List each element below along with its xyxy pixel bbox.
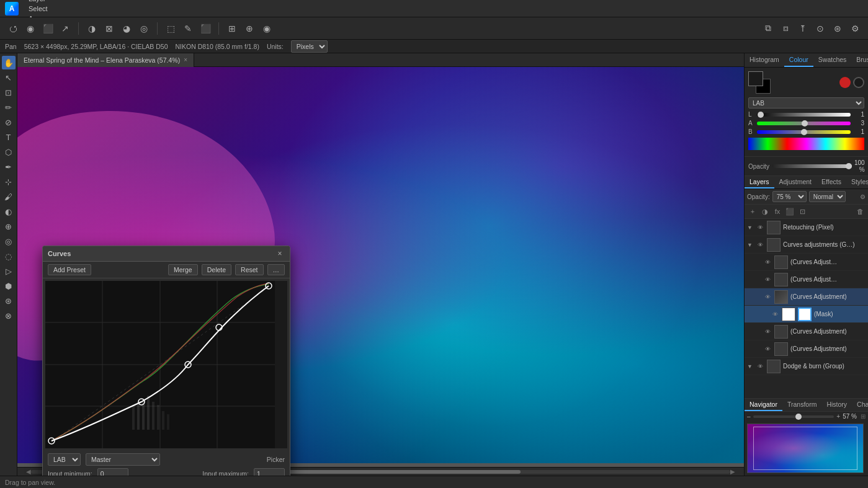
- layer-vis-8[interactable]: 👁: [756, 362, 764, 371]
- group-btn[interactable]: ⊡: [797, 206, 808, 217]
- menu-item-layer[interactable]: Layer: [24, 0, 65, 4]
- export-btn[interactable]: ⤒: [795, 20, 811, 37]
- panel-tab-brushes[interactable]: Brushes: [851, 53, 868, 67]
- nav-tab-history[interactable]: History: [821, 399, 852, 411]
- pen-tool[interactable]: ✒: [2, 160, 16, 174]
- merge-btn[interactable]: Merge: [168, 264, 198, 275]
- add-adjustment-btn[interactable]: ◑: [759, 206, 771, 217]
- arrange-btn[interactable]: ⧈: [777, 20, 794, 37]
- layers-tab-layers[interactable]: Layers: [745, 176, 774, 189]
- add-layer-btn[interactable]: +: [747, 206, 758, 217]
- crop-tool[interactable]: ⊡: [2, 86, 16, 99]
- layers-tab-styles[interactable]: Styles: [846, 176, 868, 189]
- layer-item-5[interactable]: 👁(Mask): [745, 306, 868, 323]
- layer-vis-2[interactable]: 👁: [763, 258, 772, 267]
- layer-expand-0[interactable]: ▼: [747, 224, 753, 231]
- sel2-btn[interactable]: ✎: [180, 20, 196, 37]
- curves-graph-wrap[interactable]: [45, 281, 287, 448]
- info-btn[interactable]: ⊙: [812, 20, 828, 37]
- redeye-tool[interactable]: ◎: [2, 234, 16, 248]
- foreground-swatch[interactable]: [748, 71, 763, 86]
- layer-expand-8[interactable]: ▼: [747, 363, 753, 370]
- doc-tab[interactable]: Eternal Spring of the Mind – Elena Paras…: [17, 53, 194, 67]
- delete-btn[interactable]: Delete: [202, 264, 231, 275]
- clone-tool[interactable]: ⊕: [2, 220, 16, 233]
- vector-tool[interactable]: ▷: [2, 264, 16, 278]
- levels-btn[interactable]: ⊠: [101, 20, 117, 37]
- node-tool[interactable]: ⊹: [2, 175, 16, 189]
- publish-btn[interactable]: ⊛: [830, 20, 846, 37]
- dodge-tool[interactable]: ◐: [2, 205, 16, 218]
- curves-titlebar[interactable]: Curves ×: [43, 246, 290, 262]
- canvas-area[interactable]: Eternal Spring of the Mind – Elena Paras…: [17, 53, 744, 476]
- a-slider[interactable]: [757, 122, 851, 125]
- share-btn[interactable]: ↗: [57, 20, 73, 37]
- layer-item-1[interactable]: ▼👁Curves adjustments (G…): [745, 236, 868, 254]
- layer-vis-6[interactable]: 👁: [763, 327, 772, 336]
- more-btn[interactable]: …: [267, 264, 285, 275]
- layer-vis-0[interactable]: 👁: [756, 223, 764, 232]
- black-dot[interactable]: [853, 77, 864, 88]
- text-tool[interactable]: T: [2, 130, 16, 144]
- doc-tab-close[interactable]: ×: [184, 56, 187, 63]
- reset-btn[interactable]: Reset: [235, 264, 263, 275]
- delete-layer-btn[interactable]: 🗑: [854, 206, 866, 217]
- settings-btn[interactable]: ⚙: [847, 20, 863, 37]
- layer-expand-1[interactable]: ▼: [747, 242, 753, 248]
- curves-btn[interactable]: ◕: [119, 20, 135, 37]
- layer-item-8[interactable]: ▼👁Dodge & burn (Group): [745, 358, 868, 375]
- layer-vis-1[interactable]: 👁: [756, 241, 764, 249]
- color-mode-select[interactable]: LAB RGB HSL CMYK: [748, 97, 864, 109]
- input-max-field[interactable]: [254, 468, 285, 476]
- shape-tool[interactable]: ⬡: [2, 145, 16, 159]
- app-logo[interactable]: A: [5, 2, 19, 16]
- smart-select-tool[interactable]: ⬢: [2, 279, 16, 293]
- view1-btn[interactable]: ⊞: [224, 20, 240, 37]
- input-min-field[interactable]: [97, 468, 128, 476]
- nav-tab-navigator[interactable]: Navigator: [745, 399, 782, 411]
- layer-item-7[interactable]: 👁(Curves Adjustment): [745, 340, 868, 358]
- sel3-btn[interactable]: ⬛: [197, 20, 213, 37]
- brush-tool[interactable]: 🖌: [2, 190, 16, 203]
- layer-vis-5[interactable]: 👁: [771, 310, 779, 319]
- scroll-right-btn[interactable]: ▶: [730, 468, 735, 475]
- scroll-left-btn[interactable]: ◀: [26, 468, 31, 475]
- layer-vis-7[interactable]: 👁: [763, 345, 772, 353]
- layers-tab-effects[interactable]: Effects: [817, 176, 846, 189]
- add-preset-btn[interactable]: Add Preset: [48, 264, 91, 275]
- pan-tool[interactable]: ✋: [2, 56, 16, 69]
- nav-tab-channels[interactable]: Channels: [852, 399, 868, 411]
- layer-vis-3[interactable]: 👁: [763, 275, 772, 284]
- view2-btn[interactable]: ⊕: [241, 20, 257, 37]
- units-select[interactable]: Pixels: [291, 40, 328, 53]
- zoom-slider[interactable]: [753, 415, 834, 418]
- layer-item-6[interactable]: 👁(Curves Adjustment): [745, 323, 868, 340]
- layer-item-0[interactable]: ▼👁Retouching (Pixel): [745, 219, 868, 236]
- color-replace-tool[interactable]: ⊗: [2, 309, 16, 322]
- move-tool[interactable]: ↖: [2, 71, 16, 84]
- layers-opacity-select[interactable]: 75 % 100 %: [772, 191, 807, 202]
- panel-tab-histogram[interactable]: Histogram: [745, 53, 784, 67]
- open-btn[interactable]: ◉: [22, 20, 38, 37]
- b-slider[interactable]: [757, 130, 851, 134]
- layers-tab-adjustment[interactable]: Adjustment: [774, 176, 817, 189]
- add-fx-btn[interactable]: fx: [772, 206, 783, 217]
- new-btn[interactable]: ⭯: [5, 20, 21, 37]
- color-spectrum-bar[interactable]: [748, 138, 864, 150]
- place-btn[interactable]: ⬛: [40, 20, 56, 37]
- red-dot[interactable]: [839, 77, 851, 88]
- hsl-btn[interactable]: ◎: [136, 20, 152, 37]
- layers-blend-select[interactable]: Normal: [809, 191, 846, 202]
- sample-tool[interactable]: ⊛: [2, 294, 16, 308]
- layer-item-4[interactable]: 👁(Curves Adjustment): [745, 288, 868, 306]
- nav-tab-transform[interactable]: Transform: [782, 399, 821, 411]
- layer-item-3[interactable]: 👁(Curves Adjust…: [745, 271, 868, 288]
- l-slider[interactable]: [757, 113, 851, 117]
- paint-tool[interactable]: ✏: [2, 100, 16, 114]
- clone-btn[interactable]: ⧉: [760, 20, 776, 37]
- layer-item-2[interactable]: 👁(Curves Adjust…: [745, 254, 868, 271]
- fill-tool[interactable]: ⊘: [2, 115, 16, 129]
- curves-mode-select[interactable]: LAB RGB: [48, 453, 81, 466]
- zoom-plus-btn[interactable]: +: [836, 413, 840, 420]
- opacity-slider[interactable]: [772, 164, 852, 168]
